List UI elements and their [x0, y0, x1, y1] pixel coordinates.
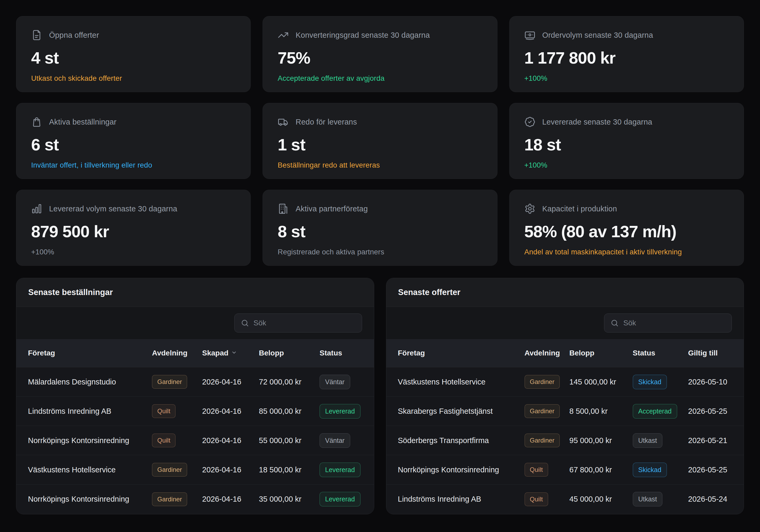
column-header-avdelning: Avdelning	[152, 349, 202, 357]
stat-card-title: Konverteringsgrad senaste 30 dagarna	[296, 31, 430, 40]
column-header-belopp: Belopp	[259, 349, 319, 357]
stat-card-title: Levererad volym senaste 30 dagarna	[49, 205, 177, 213]
cell-created: 2026-04-16	[202, 436, 259, 445]
orders-search-input[interactable]	[253, 318, 356, 327]
cell-valid-until: 2026-05-24	[688, 495, 732, 504]
status-badge: Levererad	[319, 404, 360, 418]
search-icon	[241, 319, 249, 327]
stat-card-title: Öppna offerter	[49, 31, 99, 40]
table-row[interactable]: Söderbergs Transportfirma Gardiner 95 00…	[386, 426, 744, 455]
banknote-icon	[524, 29, 536, 41]
table-row[interactable]: Norrköpings Kontorsinredning Quilt 67 80…	[386, 455, 744, 485]
quotes-table-title: Senaste offerter	[386, 278, 744, 307]
stat-card-title: Aktiva partnerföretag	[296, 205, 368, 213]
department-badge: Gardiner	[525, 404, 560, 418]
status-badge: Levererad	[319, 462, 360, 477]
table-row[interactable]: Mälardalens Designstudio Gardiner 2026-0…	[16, 367, 374, 397]
stat-card-subtitle: +100%	[524, 161, 728, 169]
cell-created: 2026-04-16	[202, 465, 259, 474]
department-badge: Quilt	[525, 492, 548, 506]
column-header-foretag: Företag	[398, 349, 525, 357]
stat-card-title: Aktiva beställningar	[49, 118, 117, 126]
status-badge: Utkast	[633, 492, 663, 507]
quotes-table-body: Västkustens Hotellservice Gardiner 145 0…	[386, 367, 744, 514]
status-badge: Väntar	[319, 375, 350, 389]
search-icon	[611, 319, 619, 327]
dashboard: Öppna offerter 4 st Utkast och skickade …	[0, 0, 760, 530]
stat-card: Aktiva partnerföretag 8 st Registrerade …	[262, 190, 497, 266]
quotes-table-card: Senaste offerter Företag Avdelning Belop…	[386, 278, 744, 514]
cell-company: Norrköpings Kontorsinredning	[398, 465, 525, 474]
stat-card: Konverteringsgrad senaste 30 dagarna 75%…	[262, 16, 497, 92]
quotes-table-header: Företag Avdelning Belopp Status Giltig t…	[386, 339, 744, 367]
quotes-search-box	[604, 314, 732, 332]
stat-card-subtitle: Accepterade offerter av avgjorda	[278, 74, 482, 82]
cell-amount: 67 800,00 kr	[569, 465, 633, 474]
status-badge: Skickad	[633, 375, 667, 389]
stat-card-value: 879 500 kr	[31, 222, 235, 241]
trending-up-icon	[278, 29, 289, 41]
table-row[interactable]: Norrköpings Kontorsinredning Quilt 2026-…	[16, 426, 374, 455]
cell-created: 2026-04-16	[202, 378, 259, 386]
department-badge: Gardiner	[152, 375, 187, 389]
cell-amount: 8 500,00 kr	[569, 407, 633, 415]
orders-table-title: Senaste beställningar	[16, 278, 374, 307]
truck-icon	[278, 117, 289, 127]
cell-amount: 55 000,00 kr	[259, 436, 319, 445]
stat-card-title: Levererade senaste 30 dagarna	[542, 118, 652, 126]
quotes-search-input[interactable]	[623, 318, 725, 327]
stat-card-subtitle: Beställningar redo att levereras	[278, 161, 482, 169]
status-badge: Levererad	[319, 492, 360, 507]
stat-card: Öppna offerter 4 st Utkast och skickade …	[16, 16, 251, 92]
table-row[interactable]: Norrköpings Kontorsinredning Gardiner 20…	[16, 485, 374, 514]
table-row[interactable]: Lindströms Inredning AB Quilt 45 000,00 …	[386, 485, 744, 514]
column-header-skapad-sort[interactable]: Skapad	[202, 349, 259, 357]
tables-row: Senaste beställningar Företag Avdelning …	[16, 278, 744, 514]
cell-amount: 145 000,00 kr	[569, 378, 633, 386]
stat-card-value: 18 st	[524, 135, 728, 154]
department-badge: Gardiner	[525, 375, 560, 389]
table-row[interactable]: Skarabergs Fastighetstjänst Gardiner 8 5…	[386, 397, 744, 426]
stat-card-value: 58% (80 av 137 m/h)	[524, 222, 728, 241]
column-header-status: Status	[319, 349, 362, 357]
badge-check-icon	[524, 117, 536, 127]
orders-table-card: Senaste beställningar Företag Avdelning …	[16, 278, 374, 514]
stat-card-subtitle: +100%	[524, 74, 728, 82]
shopping-bag-icon	[31, 117, 42, 127]
cell-valid-until: 2026-05-21	[688, 436, 732, 445]
table-row[interactable]: Västkustens Hotellservice Gardiner 145 0…	[386, 367, 744, 397]
stat-card-value: 75%	[278, 49, 482, 67]
orders-table-header: Företag Avdelning Skapad Belopp Status	[16, 339, 374, 367]
stat-card-title: Ordervolym senaste 30 dagarna	[542, 31, 653, 40]
cell-valid-until: 2026-05-25	[688, 465, 732, 474]
orders-search-box	[234, 314, 362, 332]
stat-card-subtitle: Registrerade och aktiva partners	[278, 248, 482, 256]
stat-card-value: 6 st	[31, 135, 235, 154]
stat-card-subtitle: Inväntar offert, i tillverkning eller re…	[31, 161, 235, 169]
cell-company: Söderbergs Transportfirma	[398, 436, 525, 445]
stat-card-subtitle: +100%	[31, 248, 235, 256]
department-badge: Quilt	[525, 463, 548, 477]
stat-card: Ordervolym senaste 30 dagarna 1 177 800 …	[509, 16, 744, 92]
department-badge: Quilt	[152, 404, 175, 418]
cell-company: Västkustens Hotellservice	[398, 378, 525, 386]
stat-card: Aktiva beställningar 6 st Inväntar offer…	[16, 103, 251, 179]
quotes-table-toolbar	[386, 307, 744, 339]
cell-created: 2026-04-16	[202, 495, 259, 504]
column-header-belopp: Belopp	[569, 349, 633, 357]
cell-company: Norrköpings Kontorsinredning	[28, 436, 152, 445]
column-header-avdelning: Avdelning	[525, 349, 569, 357]
cell-company: Lindströms Inredning AB	[28, 407, 152, 415]
table-row[interactable]: Västkustens Hotellservice Gardiner 2026-…	[16, 455, 374, 485]
stat-card-subtitle: Utkast och skickade offerter	[31, 74, 235, 82]
stat-card: Levererade senaste 30 dagarna 18 st +100…	[509, 103, 744, 179]
building-icon	[278, 203, 289, 214]
cell-amount: 85 000,00 kr	[259, 407, 319, 415]
gear-icon	[524, 203, 536, 214]
cell-company: Lindströms Inredning AB	[398, 495, 525, 504]
file-text-icon	[31, 29, 42, 41]
table-row[interactable]: Lindströms Inredning AB Quilt 2026-04-16…	[16, 397, 374, 426]
department-badge: Gardiner	[525, 434, 560, 447]
column-header-giltig-till: Giltig till	[688, 349, 732, 357]
cell-amount: 45 000,00 kr	[569, 495, 633, 504]
